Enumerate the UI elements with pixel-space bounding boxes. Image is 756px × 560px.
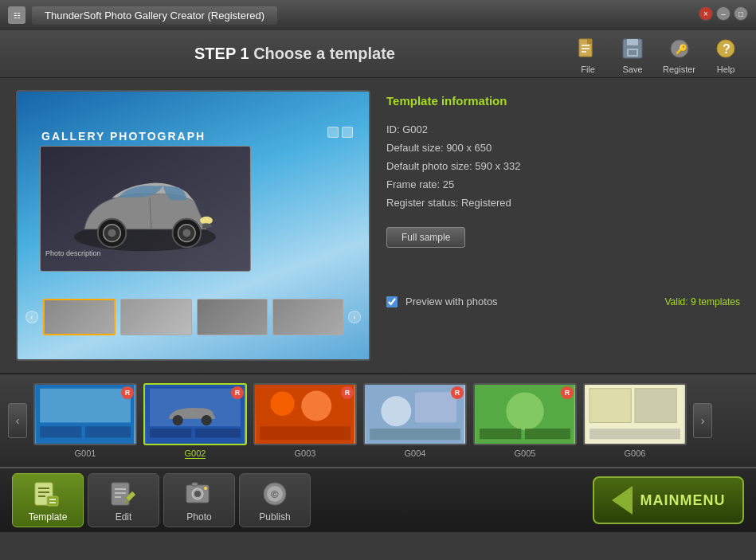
save-button[interactable]: Save (618, 34, 647, 74)
template-thumb-g004[interactable]: R (363, 383, 467, 445)
preview-photos-checkbox[interactable] (386, 296, 398, 307)
nav-template-button[interactable]: Template (12, 473, 84, 527)
thumbnails-prev-btn[interactable]: ‹ (25, 311, 38, 323)
svg-rect-45 (480, 429, 521, 439)
nav-photo-button[interactable]: Photo (163, 473, 235, 527)
template-carousel: ‹ R G001 R (0, 373, 756, 468)
help-icon: ? (711, 34, 740, 63)
file-label: File (581, 65, 595, 74)
svg-rect-33 (150, 429, 191, 437)
svg-rect-42 (370, 429, 460, 440)
file-icon (574, 34, 602, 63)
nav-edit-label: Edit (116, 511, 132, 523)
play-button[interactable] (342, 127, 353, 138)
preview-inner: GALLERY PHOTOGRAPH (18, 92, 369, 359)
svg-point-22 (182, 229, 190, 237)
template-frame-rate: Frame rate: 25 (386, 178, 740, 190)
save-icon (618, 34, 647, 63)
thumb-1[interactable] (43, 299, 116, 335)
publish-nav-icon: © (260, 479, 290, 509)
nav-edit-button[interactable]: Edit (88, 473, 159, 527)
full-sample-button[interactable]: Full sample (386, 227, 465, 248)
maximize-button[interactable]: □ (734, 6, 748, 21)
registered-badge-g002: R (231, 386, 244, 399)
template-item-g003[interactable]: R G003 (253, 383, 357, 458)
minimize-button[interactable]: – (716, 6, 731, 21)
main-content: GALLERY PHOTOGRAPH (0, 78, 756, 373)
preview-area: GALLERY PHOTOGRAPH (16, 90, 370, 361)
template-thumb-g003[interactable]: R (253, 383, 357, 445)
template-thumb-g005[interactable]: R (473, 383, 577, 445)
template-nav-icon (33, 479, 63, 509)
template-item-g006[interactable]: G006 (583, 383, 687, 458)
file-button[interactable]: File (574, 34, 602, 74)
registered-badge-g001: R (121, 386, 134, 399)
svg-point-44 (506, 392, 543, 429)
svg-rect-27 (40, 426, 81, 437)
svg-point-32 (202, 414, 212, 425)
preview-thumbnails: ‹ › (25, 299, 361, 335)
valid-templates-text: Valid: 9 templates (665, 296, 741, 307)
template-register-status: Register status: Registered (386, 197, 740, 209)
bottom-nav: Template Edit Photo (0, 468, 756, 532)
svg-point-23 (200, 217, 213, 225)
template-thumb-g001[interactable]: R (33, 383, 137, 445)
svg-point-40 (381, 396, 411, 426)
menu-arrow-icon (612, 486, 633, 515)
thumb-4[interactable] (272, 299, 343, 335)
template-photo-size: Default photo size: 590 x 332 (386, 160, 740, 172)
step-number: STEP 1 (194, 45, 249, 62)
nav-photo-label: Photo (186, 511, 211, 523)
thumb-2[interactable] (120, 299, 191, 335)
template-default-size: Default size: 900 x 650 (386, 142, 740, 154)
svg-rect-41 (415, 392, 456, 422)
nav-publish-button[interactable]: © Publish (239, 473, 311, 527)
svg-point-31 (173, 414, 183, 425)
carousel-prev-button[interactable]: ‹ (8, 403, 27, 438)
svg-rect-8 (627, 39, 638, 45)
app-icon: ☷ (8, 6, 25, 24)
title-bar: ☷ ThunderSoft Photo Gallery Creator (Reg… (0, 0, 756, 30)
template-thumb-g002[interactable]: R (143, 383, 247, 445)
thumbnails-next-btn[interactable]: › (348, 311, 361, 323)
registered-badge-g003: R (341, 386, 354, 399)
svg-point-19 (108, 229, 116, 237)
svg-rect-49 (635, 389, 676, 423)
app-title: ThunderSoft Photo Gallery Creator (Regis… (32, 6, 277, 25)
template-id: ID: G002 (386, 123, 740, 135)
template-label-g002: G002 (185, 448, 206, 459)
registered-badge-g004: R (451, 386, 464, 399)
preview-photos-label: Preview with photos (405, 296, 498, 307)
template-item-g005[interactable]: R G005 (473, 383, 577, 458)
pause-button[interactable] (327, 127, 339, 138)
svg-rect-55 (47, 496, 58, 506)
svg-rect-10 (629, 50, 637, 55)
template-item-g002[interactable]: R G002 (143, 383, 247, 459)
svg-rect-50 (590, 429, 680, 439)
help-label: Help (717, 65, 735, 74)
svg-rect-38 (260, 426, 351, 440)
template-item-g001[interactable]: R G001 (33, 383, 137, 458)
save-label: Save (622, 65, 642, 74)
close-button[interactable]: × (699, 6, 713, 21)
thumb-img-g006 (585, 385, 685, 444)
main-menu-button[interactable]: MAINMENU (593, 476, 744, 524)
svg-point-36 (270, 392, 294, 416)
help-button[interactable]: ? Help (711, 34, 740, 74)
toolbar: STEP 1 Choose a template File (0, 30, 756, 78)
register-icon: 🔑 (665, 34, 694, 63)
toolbar-actions: File Save 🔑 Register (574, 34, 740, 74)
template-thumb-g006[interactable] (583, 383, 687, 445)
template-label-g005: G005 (515, 448, 536, 458)
register-button[interactable]: 🔑 Register (663, 34, 695, 74)
template-item-g004[interactable]: R G004 (363, 383, 467, 458)
svg-point-66 (204, 487, 207, 490)
template-label-g004: G004 (405, 448, 426, 458)
thumb-3[interactable] (197, 299, 268, 335)
edit-nav-icon (108, 479, 139, 509)
nav-template-label: Template (29, 511, 68, 523)
carousel-next-button[interactable]: › (693, 403, 712, 438)
svg-point-64 (194, 491, 201, 497)
preview-play-controls (327, 127, 353, 138)
register-label: Register (663, 65, 695, 74)
